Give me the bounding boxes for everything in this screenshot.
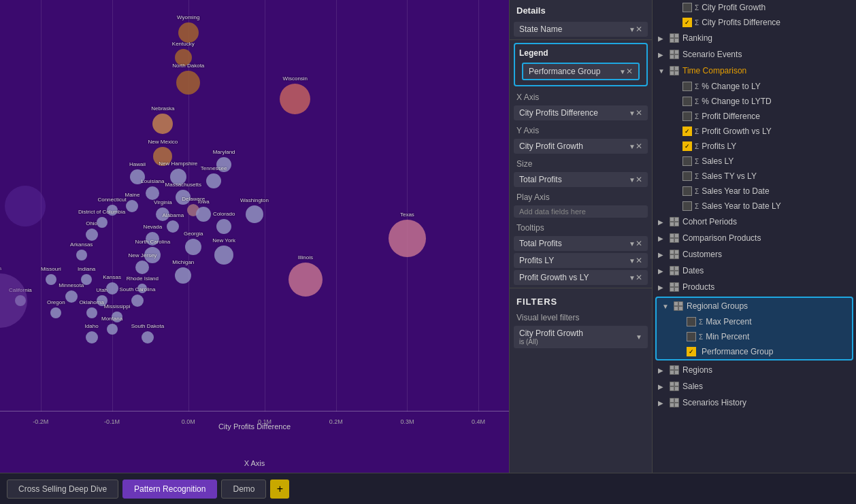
svg-rect-53 — [670, 387, 674, 390]
pct-change-lytd-checkbox[interactable] — [682, 97, 692, 106]
cohort-periods-arrow[interactable]: ▶ — [658, 218, 666, 226]
tree-item-performance-group[interactable]: Performance Group — [657, 344, 852, 359]
tree-item-profit-growth-vs-ly[interactable]: ΣProfit Growth vs LY — [653, 124, 856, 139]
add-tab-button[interactable]: + — [270, 480, 289, 499]
profit-diff-checkbox[interactable] — [682, 112, 692, 121]
products-table-icon — [669, 282, 680, 292]
time-comparison-arrow[interactable]: ▼ — [658, 67, 666, 75]
sales-ly-checkbox[interactable] — [682, 156, 692, 166]
tree-item-pct-change-lytd[interactable]: Σ% Change to LYTD — [653, 94, 856, 109]
tree-item-comparison-products[interactable]: ▶Comparison Products — [653, 230, 856, 246]
tree-item-profit-diff[interactable]: ΣProfit Difference — [653, 109, 856, 124]
tt1-remove[interactable]: ✕ — [636, 239, 642, 248]
sales-ytd-ly-checkbox[interactable] — [682, 201, 692, 211]
state-name-dropdown[interactable]: ▼ — [629, 26, 636, 33]
svg-rect-9 — [675, 55, 678, 58]
tree-item-sales-ly[interactable]: ΣSales LY — [653, 154, 856, 169]
tree-item-profits-ly[interactable]: ΣProfits LY — [653, 139, 856, 154]
customers-arrow[interactable]: ▶ — [658, 251, 666, 258]
city-profits-diff-field[interactable]: City Profits Difference ▼ ✕ — [514, 105, 648, 120]
tt1-dropdown[interactable]: ▼ — [629, 240, 636, 248]
tt2-dropdown[interactable]: ▼ — [629, 257, 636, 265]
perf-group-remove[interactable]: ✕ — [626, 67, 633, 76]
tt3-dropdown[interactable]: ▼ — [629, 274, 636, 282]
tree-item-city-profits-diff[interactable]: ΣCity Profits Difference — [653, 15, 856, 30]
city-profit-growth-field[interactable]: City Profit Growth ▼ ✕ — [514, 139, 648, 154]
tree-item-sales-ytd-ly[interactable]: ΣSales Year to Date LY — [653, 199, 856, 214]
cpd-dropdown[interactable]: ▼ — [629, 110, 636, 117]
tree-item-scenarios-history[interactable]: ▶Scenarios History — [653, 394, 856, 411]
tp-size-remove[interactable]: ✕ — [636, 175, 642, 184]
tp-size-dropdown[interactable]: ▼ — [629, 176, 636, 184]
city-profits-diff-checkbox[interactable] — [682, 18, 692, 27]
sales-ty-vs-ly-checkbox[interactable] — [682, 171, 692, 181]
tree-item-ranking[interactable]: ▶Ranking — [653, 30, 856, 46]
regions-arrow[interactable]: ▶ — [658, 367, 666, 374]
scenario-events-arrow[interactable]: ▶ — [658, 51, 666, 58]
svg-rect-57 — [675, 399, 678, 402]
tree-item-regional-groups[interactable]: ▼Regional Groups — [657, 298, 852, 314]
tree-item-products[interactable]: ▶Products — [653, 279, 856, 295]
regional-groups-arrow[interactable]: ▼ — [662, 303, 670, 310]
ranking-arrow[interactable]: ▶ — [658, 35, 666, 42]
tooltip-profits-ly[interactable]: Profits LY ▼ ✕ — [514, 253, 648, 268]
pct-change-ly-checkbox[interactable] — [682, 82, 692, 91]
filter-city-profit-growth[interactable]: City Profit Growth is (All) ▼ — [514, 326, 648, 348]
tooltip-profit-growth[interactable]: Profit Growth vs LY ▼ ✕ — [514, 270, 648, 285]
tree-item-cohort-periods[interactable]: ▶Cohort Periods — [653, 214, 856, 230]
tree-item-regions[interactable]: ▶Regions — [653, 362, 856, 378]
cpg-remove[interactable]: ✕ — [636, 141, 642, 151]
tree-item-customers[interactable]: ▶Customers — [653, 246, 856, 263]
profits-ly-checkbox[interactable] — [682, 141, 692, 151]
divider-2 — [510, 288, 652, 288]
products-arrow[interactable]: ▶ — [658, 284, 666, 291]
tree-item-time-comparison[interactable]: ▼Time Comparison — [653, 63, 856, 79]
tab-cross-selling[interactable]: Cross Selling Deep Dive — [7, 480, 118, 499]
sales-arrow[interactable]: ▶ — [658, 383, 666, 390]
total-profits-size-field[interactable]: Total Profits ▼ ✕ — [514, 172, 648, 187]
state-name-field[interactable]: State Name ▼ ✕ — [514, 22, 648, 37]
max-percent-checkbox[interactable] — [687, 317, 696, 326]
tree-item-dates[interactable]: ▶Dates — [653, 263, 856, 279]
tt2-remove[interactable]: ✕ — [636, 256, 642, 265]
cpd-remove[interactable]: ✕ — [636, 108, 642, 118]
tree-item-pct-change-ly[interactable]: Σ% Change to LY — [653, 79, 856, 94]
cpg-dropdown[interactable]: ▼ — [629, 143, 636, 150]
profit-growth-vs-ly-checkbox[interactable] — [682, 127, 692, 136]
scenarios-history-arrow[interactable]: ▶ — [658, 399, 666, 407]
comparison-products-arrow[interactable]: ▶ — [658, 235, 666, 242]
svg-rect-32 — [675, 267, 678, 270]
perf-group-dropdown[interactable]: ▼ — [619, 68, 626, 75]
tree-item-sales[interactable]: ▶Sales — [653, 378, 856, 394]
tree-item-city-profit-growth[interactable]: ΣCity Profit Growth — [653, 0, 856, 15]
play-axis-section: Play Axis — [510, 189, 652, 203]
tooltip-total-profits[interactable]: Total Profits ▼ ✕ — [514, 236, 648, 251]
performance-group-checkbox[interactable] — [687, 347, 696, 356]
sales-ytd-checkbox[interactable] — [682, 186, 692, 196]
tooltip2-label: Profits LY — [519, 256, 629, 265]
tree-item-max-percent[interactable]: ΣMax Percent — [657, 314, 852, 329]
regions-table-icon — [669, 365, 680, 375]
tab-demo[interactable]: Demo — [221, 480, 266, 499]
tt3-remove[interactable]: ✕ — [636, 273, 642, 282]
tree-item-min-percent[interactable]: ΣMin Percent — [657, 329, 852, 344]
performance-group-field[interactable]: Performance Group ▼ ✕ — [522, 63, 640, 80]
add-fields-placeholder: Add data fields here — [514, 205, 648, 218]
ranking-table-icon — [669, 33, 680, 44]
tree-item-sales-ty-vs-ly[interactable]: ΣSales TY vs LY — [653, 169, 856, 184]
city-profit-growth-checkbox[interactable] — [682, 3, 692, 12]
tab-pattern-recognition[interactable]: Pattern Recognition — [122, 480, 217, 499]
sales-ly-sigma: Σ — [695, 158, 699, 165]
filter1-dropdown[interactable]: ▼ — [636, 333, 642, 341]
comparison-products-table-icon — [669, 233, 680, 243]
state-name-remove[interactable]: ✕ — [636, 24, 642, 34]
sales-table-icon — [669, 381, 680, 392]
sales-ytd-ly-label: Sales Year to Date LY — [702, 201, 851, 211]
svg-rect-22 — [675, 234, 678, 237]
dates-arrow[interactable]: ▶ — [658, 267, 666, 275]
filter1-label: City Profit Growth — [519, 329, 583, 338]
svg-rect-11 — [670, 67, 674, 70]
min-percent-checkbox[interactable] — [687, 332, 696, 341]
tree-item-scenario-events[interactable]: ▶Scenario Events — [653, 46, 856, 63]
tree-item-sales-ytd[interactable]: ΣSales Year to Date — [653, 184, 856, 199]
